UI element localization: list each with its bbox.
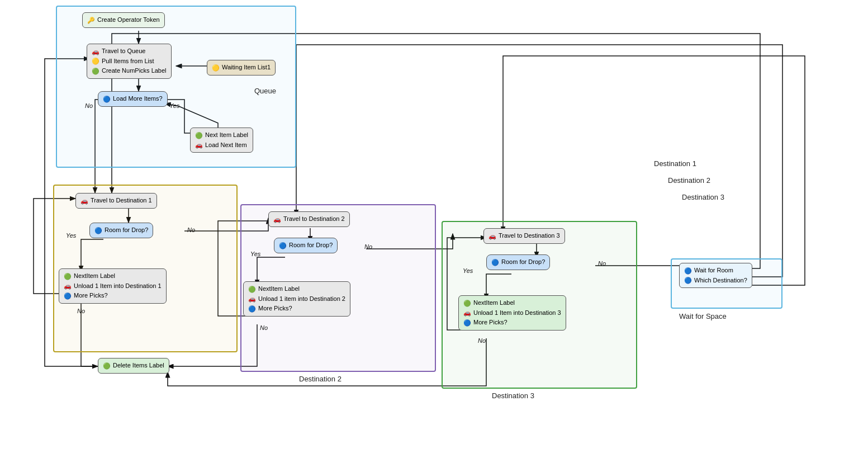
no-room1-label: No: [187, 226, 195, 233]
no-unload2-label: No: [260, 324, 268, 331]
unload-dest3-icon: 🚗: [463, 309, 471, 317]
yes-room1-label: Yes: [66, 232, 76, 239]
region-dest2-label: Destination 2: [299, 375, 341, 383]
unload-dest1-node: 🟢 NextItem Label 🚗 Unload 1 Item into De…: [59, 268, 167, 304]
no-room3-label: No: [598, 260, 606, 267]
load-next-icon: 🚗: [195, 141, 203, 149]
yes-load-label: Yes: [169, 102, 179, 109]
waiting-list-icon: 🟡: [212, 64, 220, 72]
region-queue-label: Queue: [254, 87, 276, 95]
unload-dest3-label-icon: 🟢: [463, 299, 471, 307]
more-picks3-icon: 🔵: [463, 319, 471, 327]
room-drop3-icon: 🔵: [491, 258, 499, 266]
room-drop1-node: 🔵 Room for Drop?: [89, 223, 153, 238]
pull-items-icon: 🟡: [92, 57, 99, 65]
unload-dest2-label-icon: 🟢: [248, 285, 256, 293]
unload-dest1-icon: 🚗: [64, 282, 72, 290]
travel-dest1-node: 🚗 Travel to Destination 1: [75, 193, 157, 209]
travel-dest2-icon: 🚗: [273, 215, 281, 223]
travel-dest1-icon: 🚗: [80, 197, 88, 205]
dest3-header-label: Destination 3: [682, 193, 724, 201]
create-numpicks-icon: 🟢: [92, 67, 99, 75]
delete-label-icon: 🟢: [103, 362, 111, 370]
yes-room2-label: Yes: [250, 251, 260, 257]
next-item-label-icon: 🟢: [195, 131, 203, 139]
create-token-icon: 🔑: [87, 16, 95, 24]
dest1-header-label: Destination 1: [654, 159, 696, 168]
travel-queue-icon: 🚗: [92, 48, 99, 55]
room-drop2-node: 🔵 Room for Drop?: [274, 238, 338, 253]
no-unload1-label: No: [77, 308, 85, 314]
unload-dest2-node: 🟢 NextItem Label 🚗 Unload 1 item into De…: [243, 281, 350, 317]
create-token-node: 🔑 Create Operator Token: [82, 12, 165, 28]
load-more-icon: 🔵: [103, 95, 111, 103]
travel-dest3-node: 🚗 Travel to Destination 3: [483, 228, 565, 244]
wait-node: 🔵 Wait for Room 🔵 Which Destination?: [679, 263, 752, 288]
unload-dest1-label-icon: 🟢: [64, 272, 72, 280]
more-picks1-icon: 🔵: [64, 292, 72, 300]
waiting-list-node: 🟡 Waiting Item List1: [207, 60, 276, 76]
delete-label-node: 🟢 Delete Items Label: [98, 358, 169, 374]
travel-dest2-node: 🚗 Travel to Destination 2: [268, 211, 350, 227]
queue-group-node: 🚗 Travel to Queue 🟡 Pull Items from List…: [87, 44, 172, 79]
diagram: Queue Destination 1 Destination 2 Destin…: [0, 0, 868, 453]
travel-dest3-icon: 🚗: [488, 232, 496, 240]
no-load-label: No: [85, 102, 93, 109]
next-item-node: 🟢 Next Item Label 🚗 Load Next Item: [190, 128, 253, 153]
more-picks2-icon: 🔵: [248, 305, 256, 313]
dest2-header-label: Destination 2: [668, 176, 710, 185]
wait-room-icon: 🔵: [684, 267, 692, 275]
room-drop2-icon: 🔵: [279, 242, 287, 249]
region-wait-label: Wait for Space: [679, 312, 727, 320]
unload-dest2-icon: 🚗: [248, 295, 256, 303]
no-room2-label: No: [364, 243, 372, 250]
which-dest-icon: 🔵: [684, 276, 692, 284]
no-unload3-label: No: [478, 337, 486, 344]
yes-room3-label: Yes: [463, 267, 473, 274]
room-drop1-icon: 🔵: [94, 226, 102, 234]
region-dest3-label: Destination 3: [492, 391, 534, 400]
load-more-node: 🔵 Load More Items?: [98, 91, 168, 107]
unload-dest3-node: 🟢 NextItem Label 🚗 Unload 1 Item into De…: [458, 295, 566, 331]
room-drop3-node: 🔵 Room for Drop?: [486, 254, 550, 270]
